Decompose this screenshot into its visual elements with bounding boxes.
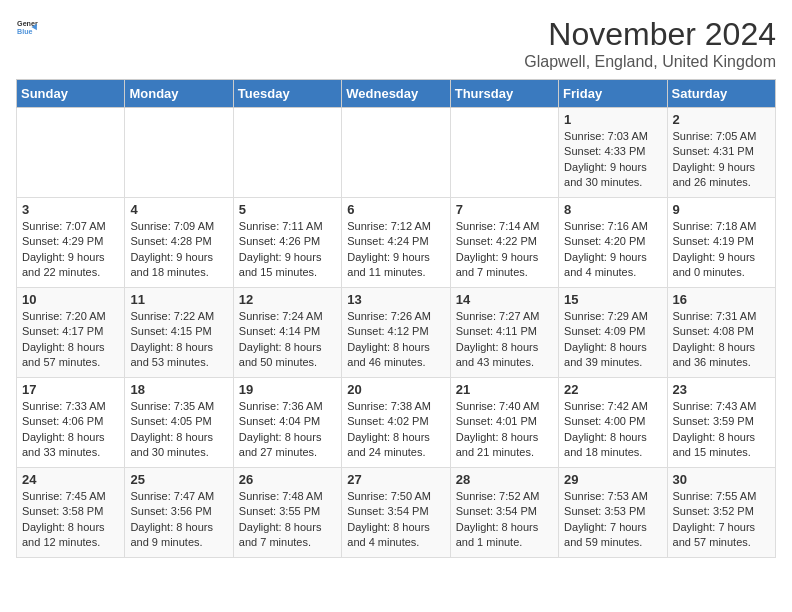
- day-number: 9: [673, 202, 770, 217]
- day-number: 26: [239, 472, 336, 487]
- col-header-wednesday: Wednesday: [342, 80, 450, 108]
- day-number: 2: [673, 112, 770, 127]
- day-number: 25: [130, 472, 227, 487]
- svg-text:Blue: Blue: [17, 28, 33, 36]
- day-info: Sunrise: 7:50 AM Sunset: 3:54 PM Dayligh…: [347, 489, 444, 551]
- day-info: Sunrise: 7:35 AM Sunset: 4:05 PM Dayligh…: [130, 399, 227, 461]
- day-info: Sunrise: 7:27 AM Sunset: 4:11 PM Dayligh…: [456, 309, 553, 371]
- day-number: 28: [456, 472, 553, 487]
- day-cell: 28Sunrise: 7:52 AM Sunset: 3:54 PM Dayli…: [450, 468, 558, 558]
- week-row-3: 10Sunrise: 7:20 AM Sunset: 4:17 PM Dayli…: [17, 288, 776, 378]
- day-cell: 24Sunrise: 7:45 AM Sunset: 3:58 PM Dayli…: [17, 468, 125, 558]
- day-cell: 15Sunrise: 7:29 AM Sunset: 4:09 PM Dayli…: [559, 288, 667, 378]
- day-info: Sunrise: 7:38 AM Sunset: 4:02 PM Dayligh…: [347, 399, 444, 461]
- month-title: November 2024: [524, 16, 776, 53]
- day-info: Sunrise: 7:31 AM Sunset: 4:08 PM Dayligh…: [673, 309, 770, 371]
- day-number: 8: [564, 202, 661, 217]
- day-info: Sunrise: 7:42 AM Sunset: 4:00 PM Dayligh…: [564, 399, 661, 461]
- day-info: Sunrise: 7:53 AM Sunset: 3:53 PM Dayligh…: [564, 489, 661, 551]
- day-info: Sunrise: 7:40 AM Sunset: 4:01 PM Dayligh…: [456, 399, 553, 461]
- day-number: 15: [564, 292, 661, 307]
- day-cell: 1Sunrise: 7:03 AM Sunset: 4:33 PM Daylig…: [559, 108, 667, 198]
- day-number: 7: [456, 202, 553, 217]
- calendar-table: SundayMondayTuesdayWednesdayThursdayFrid…: [16, 79, 776, 558]
- day-number: 11: [130, 292, 227, 307]
- col-header-thursday: Thursday: [450, 80, 558, 108]
- day-info: Sunrise: 7:52 AM Sunset: 3:54 PM Dayligh…: [456, 489, 553, 551]
- day-cell: 6Sunrise: 7:12 AM Sunset: 4:24 PM Daylig…: [342, 198, 450, 288]
- day-cell: 17Sunrise: 7:33 AM Sunset: 4:06 PM Dayli…: [17, 378, 125, 468]
- day-cell: 7Sunrise: 7:14 AM Sunset: 4:22 PM Daylig…: [450, 198, 558, 288]
- day-number: 14: [456, 292, 553, 307]
- day-info: Sunrise: 7:29 AM Sunset: 4:09 PM Dayligh…: [564, 309, 661, 371]
- day-number: 12: [239, 292, 336, 307]
- day-info: Sunrise: 7:11 AM Sunset: 4:26 PM Dayligh…: [239, 219, 336, 281]
- day-cell: 29Sunrise: 7:53 AM Sunset: 3:53 PM Dayli…: [559, 468, 667, 558]
- day-cell: [17, 108, 125, 198]
- day-info: Sunrise: 7:47 AM Sunset: 3:56 PM Dayligh…: [130, 489, 227, 551]
- day-info: Sunrise: 7:26 AM Sunset: 4:12 PM Dayligh…: [347, 309, 444, 371]
- day-cell: 5Sunrise: 7:11 AM Sunset: 4:26 PM Daylig…: [233, 198, 341, 288]
- day-info: Sunrise: 7:18 AM Sunset: 4:19 PM Dayligh…: [673, 219, 770, 281]
- day-number: 29: [564, 472, 661, 487]
- day-cell: 23Sunrise: 7:43 AM Sunset: 3:59 PM Dayli…: [667, 378, 775, 468]
- day-number: 18: [130, 382, 227, 397]
- logo-graphic: General Blue: [16, 16, 38, 42]
- day-number: 19: [239, 382, 336, 397]
- day-cell: 21Sunrise: 7:40 AM Sunset: 4:01 PM Dayli…: [450, 378, 558, 468]
- day-number: 20: [347, 382, 444, 397]
- col-header-tuesday: Tuesday: [233, 80, 341, 108]
- header-row: SundayMondayTuesdayWednesdayThursdayFrid…: [17, 80, 776, 108]
- day-cell: 30Sunrise: 7:55 AM Sunset: 3:52 PM Dayli…: [667, 468, 775, 558]
- day-info: Sunrise: 7:36 AM Sunset: 4:04 PM Dayligh…: [239, 399, 336, 461]
- day-info: Sunrise: 7:12 AM Sunset: 4:24 PM Dayligh…: [347, 219, 444, 281]
- day-cell: [342, 108, 450, 198]
- day-number: 17: [22, 382, 119, 397]
- col-header-friday: Friday: [559, 80, 667, 108]
- day-cell: 27Sunrise: 7:50 AM Sunset: 3:54 PM Dayli…: [342, 468, 450, 558]
- day-number: 22: [564, 382, 661, 397]
- week-row-2: 3Sunrise: 7:07 AM Sunset: 4:29 PM Daylig…: [17, 198, 776, 288]
- col-header-saturday: Saturday: [667, 80, 775, 108]
- col-header-monday: Monday: [125, 80, 233, 108]
- day-number: 21: [456, 382, 553, 397]
- day-cell: 3Sunrise: 7:07 AM Sunset: 4:29 PM Daylig…: [17, 198, 125, 288]
- day-info: Sunrise: 7:05 AM Sunset: 4:31 PM Dayligh…: [673, 129, 770, 191]
- day-info: Sunrise: 7:55 AM Sunset: 3:52 PM Dayligh…: [673, 489, 770, 551]
- day-info: Sunrise: 7:16 AM Sunset: 4:20 PM Dayligh…: [564, 219, 661, 281]
- title-section: November 2024 Glapwell, England, United …: [524, 16, 776, 71]
- day-cell: [233, 108, 341, 198]
- day-number: 1: [564, 112, 661, 127]
- logo: General Blue: [16, 16, 38, 42]
- day-number: 27: [347, 472, 444, 487]
- day-cell: 10Sunrise: 7:20 AM Sunset: 4:17 PM Dayli…: [17, 288, 125, 378]
- day-number: 3: [22, 202, 119, 217]
- header: General Blue November 2024 Glapwell, Eng…: [16, 16, 776, 71]
- day-number: 4: [130, 202, 227, 217]
- day-number: 30: [673, 472, 770, 487]
- day-info: Sunrise: 7:03 AM Sunset: 4:33 PM Dayligh…: [564, 129, 661, 191]
- week-row-5: 24Sunrise: 7:45 AM Sunset: 3:58 PM Dayli…: [17, 468, 776, 558]
- day-cell: 18Sunrise: 7:35 AM Sunset: 4:05 PM Dayli…: [125, 378, 233, 468]
- day-number: 5: [239, 202, 336, 217]
- day-number: 10: [22, 292, 119, 307]
- day-cell: 26Sunrise: 7:48 AM Sunset: 3:55 PM Dayli…: [233, 468, 341, 558]
- day-info: Sunrise: 7:22 AM Sunset: 4:15 PM Dayligh…: [130, 309, 227, 371]
- day-cell: 25Sunrise: 7:47 AM Sunset: 3:56 PM Dayli…: [125, 468, 233, 558]
- week-row-1: 1Sunrise: 7:03 AM Sunset: 4:33 PM Daylig…: [17, 108, 776, 198]
- day-info: Sunrise: 7:14 AM Sunset: 4:22 PM Dayligh…: [456, 219, 553, 281]
- day-number: 16: [673, 292, 770, 307]
- day-cell: 20Sunrise: 7:38 AM Sunset: 4:02 PM Dayli…: [342, 378, 450, 468]
- day-cell: 12Sunrise: 7:24 AM Sunset: 4:14 PM Dayli…: [233, 288, 341, 378]
- day-cell: 11Sunrise: 7:22 AM Sunset: 4:15 PM Dayli…: [125, 288, 233, 378]
- day-cell: 14Sunrise: 7:27 AM Sunset: 4:11 PM Dayli…: [450, 288, 558, 378]
- day-info: Sunrise: 7:24 AM Sunset: 4:14 PM Dayligh…: [239, 309, 336, 371]
- day-cell: 16Sunrise: 7:31 AM Sunset: 4:08 PM Dayli…: [667, 288, 775, 378]
- day-cell: 2Sunrise: 7:05 AM Sunset: 4:31 PM Daylig…: [667, 108, 775, 198]
- day-cell: 22Sunrise: 7:42 AM Sunset: 4:00 PM Dayli…: [559, 378, 667, 468]
- day-info: Sunrise: 7:07 AM Sunset: 4:29 PM Dayligh…: [22, 219, 119, 281]
- day-info: Sunrise: 7:33 AM Sunset: 4:06 PM Dayligh…: [22, 399, 119, 461]
- day-number: 23: [673, 382, 770, 397]
- col-header-sunday: Sunday: [17, 80, 125, 108]
- location-title: Glapwell, England, United Kingdom: [524, 53, 776, 71]
